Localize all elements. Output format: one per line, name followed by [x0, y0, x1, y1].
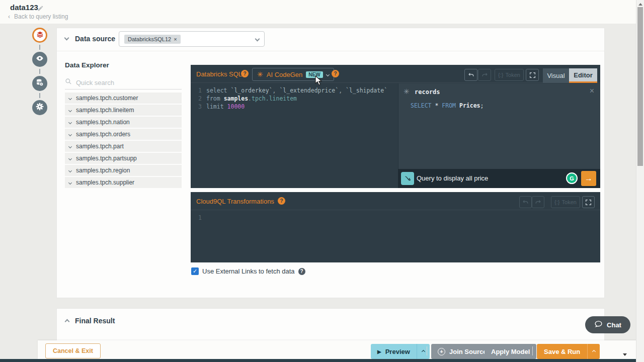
fullscreen-button[interactable]	[582, 196, 595, 208]
dictation-icon[interactable]	[401, 172, 414, 185]
table-row[interactable]: samples.tpch.partsupp	[65, 153, 182, 164]
final-result-collapse-icon[interactable]	[65, 319, 70, 324]
redo-button[interactable]	[532, 196, 544, 208]
close-icon[interactable]: ×	[590, 86, 594, 96]
openai-icon: ✳	[257, 70, 263, 78]
sql-panel-title: Databricks SQL*	[196, 70, 245, 78]
token-button[interactable]: {:} Token	[495, 69, 524, 81]
cancel-exit-button[interactable]: Cancel & Exit	[45, 343, 101, 358]
apply-model-button[interactable]: Apply Model	[485, 344, 536, 359]
ai-codegen-label: AI CodeGen	[267, 71, 303, 78]
chevron-down-icon	[68, 156, 72, 160]
tab-editor[interactable]: Editor	[569, 68, 597, 83]
plus-circle-icon: +	[438, 348, 445, 355]
table-row[interactable]: samples.tpch.customer	[65, 93, 182, 104]
table-name: samples.tpch.nation	[76, 119, 130, 126]
external-links-checkbox[interactable]: ✓	[191, 267, 199, 275]
help-icon[interactable]: ?	[278, 197, 285, 205]
step-settings[interactable]	[32, 100, 47, 115]
quick-search-input[interactable]	[76, 79, 177, 86]
table-row[interactable]: samples.tpch.nation	[65, 117, 182, 128]
sql-code-editor[interactable]: 1select `l_orderkey`, `l_extendedprice`,…	[191, 83, 398, 169]
step-model[interactable]	[32, 76, 47, 91]
ai-codegen-button[interactable]: ✳ AI CodeGen NEW	[252, 68, 334, 81]
token-icon: {:}	[498, 72, 503, 78]
data-source-label: Data source	[75, 35, 115, 43]
cloud9ql-code-editor[interactable]: 1	[191, 211, 596, 296]
token-button[interactable]: {:} Token	[551, 196, 580, 208]
step-datasource[interactable]	[32, 28, 47, 43]
chevron-up-icon	[422, 349, 425, 353]
step-preview[interactable]	[32, 52, 47, 67]
query-builder-panel: Data source DatabricksSQL12 × Data Explo…	[56, 28, 605, 298]
data-explorer-table-list: samples.tpch.customer samples.tpch.linei…	[65, 93, 182, 189]
ai-result-title: records	[415, 88, 440, 96]
tab-visual[interactable]: Visual	[543, 68, 569, 83]
save-run-options-button[interactable]	[587, 344, 600, 359]
scrollbar-thumb[interactable]	[637, 7, 643, 166]
table-row[interactable]: samples.tpch.region	[65, 165, 182, 176]
token-label: Token	[562, 199, 577, 205]
submit-prompt-button[interactable]: →	[581, 171, 596, 186]
table-name: samples.tpch.lineitem	[76, 107, 134, 114]
undo-button[interactable]	[464, 69, 477, 81]
back-to-query-listing-link[interactable]: ‹ Back to query listing	[8, 13, 68, 20]
scrollbar-up-arrow[interactable]	[638, 3, 642, 6]
database-gear-icon	[36, 78, 44, 88]
openai-icon: ✳	[404, 87, 410, 96]
scroll-down-icon[interactable]	[623, 353, 627, 356]
final-result-title: Final Result	[75, 317, 115, 325]
preview-split-button: ▶ Preview	[371, 344, 430, 359]
stepper-connector	[39, 69, 40, 74]
data-source-select[interactable]: DatabricksSQL12 ×	[119, 31, 265, 47]
data-source-collapse-icon[interactable]	[64, 36, 69, 41]
chevron-down-icon	[68, 144, 72, 148]
chat-button[interactable]: Chat	[585, 316, 630, 333]
chat-label: Chat	[607, 321, 621, 329]
table-row[interactable]: samples.tpch.lineitem	[65, 105, 182, 116]
help-icon[interactable]: ?	[298, 268, 305, 275]
sql-panel-header: Databricks SQL* ? ✳ AI CodeGen NEW ? {:}	[191, 65, 600, 83]
help-icon[interactable]: ?	[241, 70, 249, 77]
table-name: samples.tpch.region	[76, 167, 130, 174]
table-row[interactable]: samples.tpch.part	[65, 141, 182, 152]
help-icon[interactable]: ?	[332, 70, 339, 77]
section-divider	[57, 51, 604, 51]
external-links-option: ✓ Use External Links to fetch data ?	[191, 267, 305, 275]
fullscreen-button[interactable]	[526, 69, 539, 81]
cloud9ql-panel: Cloud9QL Transformations ? {:} Token 1	[191, 192, 600, 262]
join-source-button[interactable]: + Join Source	[431, 344, 493, 359]
query-title: data123	[10, 3, 38, 12]
join-source-label: Join Source	[449, 348, 487, 355]
edit-title-icon[interactable]	[37, 5, 44, 14]
chevron-down-icon	[68, 168, 72, 172]
redo-button[interactable]	[478, 69, 491, 81]
quick-search[interactable]	[65, 76, 182, 89]
stepper-connector	[39, 45, 40, 50]
back-link-label: Back to query listing	[14, 13, 68, 20]
data-explorer-title: Data Explorer	[65, 61, 109, 69]
undo-button[interactable]	[519, 196, 532, 208]
chevron-down-icon	[68, 96, 72, 100]
chevron-up-icon	[592, 349, 596, 353]
save-run-button[interactable]: Save & Run	[537, 344, 587, 359]
top-header: data123 ‹ Back to query listing	[0, 0, 636, 24]
gear-icon	[36, 103, 44, 113]
table-row[interactable]: samples.tpch.orders	[65, 129, 182, 140]
ai-prompt-bar[interactable]: Query to display all price G →	[398, 169, 600, 188]
preview-options-button[interactable]	[417, 344, 430, 359]
chevron-down-icon	[68, 132, 72, 136]
save-run-split-button: Save & Run	[537, 344, 600, 359]
data-source-tag-label: DatabricksSQL12	[128, 36, 171, 42]
bottom-action-bar: Cancel & Exit ▶ Preview + Join Source Ap…	[38, 340, 644, 359]
table-row[interactable]: samples.tpch.supplier	[65, 177, 182, 188]
ai-result-panel: ✳ records × SELECT * FROM Prices;	[398, 83, 600, 169]
grammarly-icon[interactable]: G	[566, 172, 578, 184]
page-scrollbar[interactable]	[636, 0, 644, 362]
tag-remove-icon[interactable]: ×	[174, 36, 177, 42]
preview-label: Preview	[385, 348, 410, 355]
databricks-icon	[36, 30, 44, 41]
table-name: samples.tpch.orders	[76, 131, 130, 138]
ai-prompt-text[interactable]: Query to display all price	[417, 174, 488, 182]
preview-button[interactable]: ▶ Preview	[371, 344, 417, 359]
